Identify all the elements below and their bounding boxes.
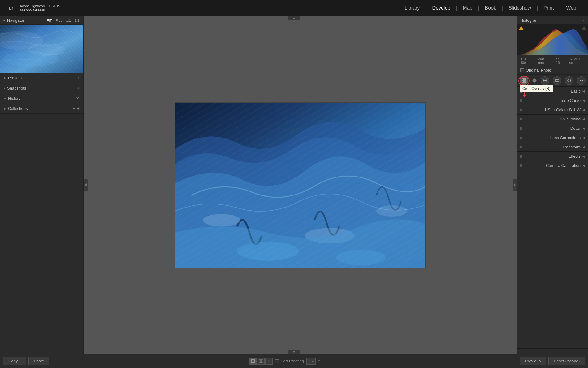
snapshots-section: ▾ Snapshots + <box>0 83 83 93</box>
hsl-label: HSL <box>545 107 553 112</box>
adjustment-brush-icon <box>579 78 583 83</box>
presets-add-btn[interactable]: + <box>77 75 80 80</box>
nav-book[interactable]: Book <box>479 5 502 11</box>
history-collapse-icon: ▶ <box>4 97 6 100</box>
transform-label: Transform <box>524 145 581 149</box>
snapshots-actions: + <box>77 85 80 90</box>
top-panel-collapse[interactable] <box>288 16 300 20</box>
single-view-btn[interactable] <box>249 358 257 365</box>
bottombar-right: Previous Reset (Adobe) <box>520 357 585 365</box>
nav-slideshow[interactable]: Slideshow <box>503 5 537 11</box>
histogram-dropdown-icon[interactable]: ▾ <box>583 18 585 22</box>
lens-corrections-section: Lens Corrections ◀ <box>517 133 588 142</box>
svg-point-1 <box>0 31 43 50</box>
adjustment-brush-btn[interactable] <box>577 76 586 85</box>
split-toning-header[interactable]: Split Toning ◀ <box>517 115 588 124</box>
original-photo-checkbox[interactable] <box>520 68 524 72</box>
crop-overlay-tooltip: Crop Overlay (R) <box>520 85 553 92</box>
crop-overlay-btn[interactable] <box>520 76 528 85</box>
compare-dropdown-btn[interactable]: ▾ <box>265 358 273 365</box>
bottom-select[interactable] <box>306 358 316 365</box>
transform-dot <box>520 146 522 148</box>
svg-point-9 <box>336 250 386 265</box>
left-panel-collapse[interactable] <box>84 179 88 191</box>
split-toning-arrow: ◀ <box>582 117 585 121</box>
histogram-chart <box>517 24 588 55</box>
histogram-section: Histogram ▾ <box>517 16 588 75</box>
transform-header[interactable]: Transform ◀ <box>517 142 588 151</box>
collections-minus-btn[interactable]: − <box>73 106 75 111</box>
nav-develop[interactable]: Develop <box>426 5 456 11</box>
tone-curve-section: Tone Curve ◀ <box>517 96 588 105</box>
svg-point-8 <box>237 242 299 261</box>
previous-btn[interactable]: Previous <box>520 357 546 365</box>
collapse-down-icon <box>292 351 296 353</box>
graduated-filter-btn[interactable] <box>553 76 561 85</box>
svg-rect-21 <box>259 360 261 363</box>
nav-library[interactable]: Library <box>399 5 425 11</box>
view-modes: ▾ <box>249 358 273 365</box>
presets-label: Presets <box>8 76 22 80</box>
photo-canvas <box>175 102 426 268</box>
navigator-glacier-svg <box>0 25 83 73</box>
effects-header[interactable]: Effects ◀ <box>517 152 588 161</box>
topbar-nav: Library | Develop | Map | Book | Slidesh… <box>399 5 582 11</box>
paste-btn[interactable]: Paste <box>28 357 49 365</box>
navigator-collapse-icon[interactable]: ▾ <box>3 18 5 23</box>
effects-label: Effects <box>524 154 581 159</box>
lens-corrections-dot <box>520 137 522 139</box>
history-label: History <box>8 96 20 101</box>
navigator-preview[interactable] <box>0 25 83 73</box>
compare-view-btn[interactable] <box>257 358 265 365</box>
right-panel-collapse[interactable] <box>512 179 517 191</box>
hsl-bw-label: B & W <box>569 107 581 112</box>
snapshots-header[interactable]: ▾ Snapshots + <box>0 83 83 93</box>
history-header[interactable]: ▶ History ✕ <box>0 93 83 103</box>
bottom-dropdown-arrow[interactable]: ▾ <box>318 359 320 363</box>
hsl-color-label: Color <box>556 107 566 112</box>
zoom-fit-btn[interactable]: FIT <box>46 18 53 23</box>
nav-print[interactable]: Print <box>538 5 559 11</box>
compare-view-icon <box>259 359 263 363</box>
soft-proofing-checkbox[interactable] <box>275 359 279 363</box>
bottom-panel-collapse[interactable] <box>288 349 300 354</box>
nav-web[interactable]: Web <box>560 5 582 11</box>
presets-collapse-icon: ▶ <box>4 76 6 80</box>
zoom-1to1-btn[interactable]: 1:1 <box>65 18 71 23</box>
svg-rect-10 <box>522 79 524 80</box>
copy-btn[interactable]: Copy... <box>3 357 26 365</box>
radial-filter-btn[interactable] <box>565 76 573 85</box>
detail-header[interactable]: Detail ◀ <box>517 124 588 133</box>
svg-rect-22 <box>261 360 263 363</box>
tone-curve-header[interactable]: Tone Curve ◀ <box>517 96 588 105</box>
transform-section: Transform ◀ <box>517 142 588 152</box>
presets-title: ▶ Presets <box>4 76 22 80</box>
bottombar: Copy... Paste ▾ Soft Proofing <box>0 354 588 368</box>
histogram-header[interactable]: Histogram ▾ <box>517 16 588 24</box>
collapse-left-icon <box>85 183 87 186</box>
collections-header[interactable]: ▶ Collections − + <box>0 103 83 113</box>
detail-dot <box>520 127 522 130</box>
reset-btn[interactable]: Reset (Adobe) <box>548 357 585 365</box>
nav-map[interactable]: Map <box>457 5 478 11</box>
zoom-2to1-btn[interactable]: 2:1 <box>74 18 80 23</box>
spot-removal-btn[interactable] <box>532 78 537 83</box>
history-close-btn[interactable]: ✕ <box>76 96 80 101</box>
svg-rect-4 <box>175 103 425 268</box>
split-toning-section: Split Toning ◀ <box>517 115 588 124</box>
camera-calibration-header[interactable]: Camera Calibration ◀ <box>517 161 588 170</box>
main-photo[interactable] <box>175 102 426 268</box>
graduated-icon <box>555 78 559 83</box>
presets-header[interactable]: ▶ Presets + <box>0 73 83 83</box>
camera-shutter: 1/1250 sec <box>569 57 585 64</box>
hsl-header[interactable]: HSL / Color / B & W ◀ <box>517 105 588 114</box>
snapshots-add-btn[interactable]: + <box>77 85 80 90</box>
lens-corrections-header[interactable]: Lens Corrections ◀ <box>517 133 588 142</box>
history-title: ▶ History <box>4 96 20 101</box>
topbar-left: Lr Adobe Lightroom CC 2015 Marco Grassi <box>6 3 60 13</box>
red-eye-btn[interactable] <box>541 76 549 85</box>
effects-section: Effects ◀ <box>517 152 588 161</box>
snapshots-collapse-icon: ▾ <box>4 86 5 90</box>
zoom-fill-btn[interactable]: FILL <box>54 18 63 23</box>
collections-add-btn[interactable]: + <box>77 106 80 111</box>
